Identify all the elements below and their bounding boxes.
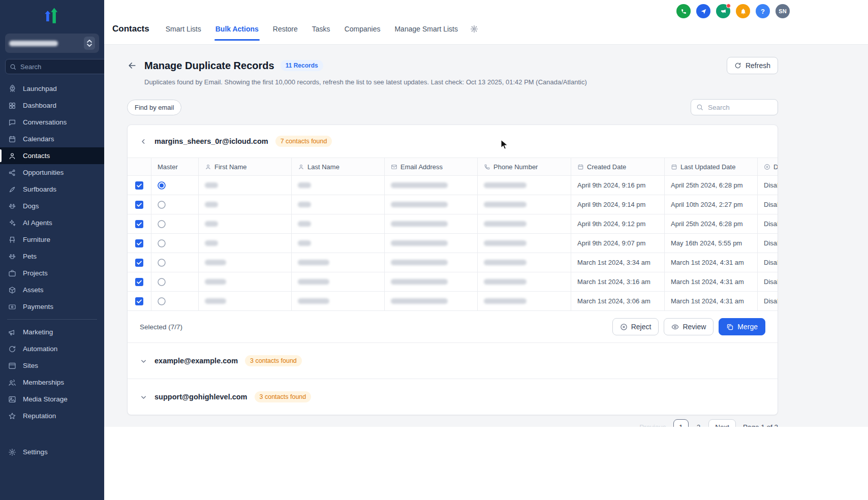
duplicate-group-header-collapsed[interactable]: support@gohighlevel.com 3 contacts found [128,379,778,415]
master-radio[interactable] [151,234,199,253]
sidebar-item-dogs[interactable]: Dogs [0,198,104,214]
chevron-down-icon[interactable] [140,357,147,365]
duplicate-group-header-collapsed[interactable]: example@example.com 3 contacts found [128,342,778,379]
sidebar-item-launchpad[interactable]: Launchpad [0,80,104,97]
row-checkbox[interactable] [128,272,151,291]
refresh-button[interactable]: Refresh [727,57,778,74]
master-radio[interactable] [151,292,199,310]
page-1-button[interactable]: 1 [673,419,689,427]
row-checkbox[interactable] [128,234,151,253]
sidebar-item-sites[interactable]: Sites [0,357,104,374]
sidebar-item-label: Payments [23,303,53,310]
sidebar-item-label: Automation [23,345,57,353]
tab-smart-lists[interactable]: Smart Lists [166,22,201,36]
last-name-redacted [292,176,385,195]
phone-redacted [478,195,571,214]
sidebar-item-label: Sites [23,362,38,369]
tab-manage-smart-lists[interactable]: Manage Smart Lists [394,22,458,36]
duplicate-group-header-expanded[interactable]: margins_sheers_0r@icloud.com 7 contacts … [128,125,778,158]
master-radio[interactable] [151,214,199,233]
group-email: example@example.com [154,357,238,365]
sidebar-item-memberships[interactable]: Memberships [0,374,104,391]
sparkles-icon [8,218,17,228]
next-page-button[interactable]: Next [708,419,736,427]
announcements-button[interactable] [716,4,730,18]
sidebar: ⌘ K Launchpad Dashboard Conversations [0,0,104,500]
tab-restore[interactable]: Restore [273,22,298,36]
last-name-redacted [292,253,385,272]
table-search-input[interactable] [707,103,772,112]
help-button[interactable]: ? [756,4,770,18]
tab-tasks[interactable]: Tasks [312,22,330,36]
sidebar-bottom: Settings [0,444,104,500]
account-switcher[interactable] [5,34,99,53]
find-by-email-button[interactable]: Find by email [127,100,181,115]
email-redacted [385,272,478,291]
chevron-left-icon[interactable] [140,138,147,145]
sidebar-item-label: Settings [23,448,48,456]
table-search-box[interactable] [691,99,778,115]
row-checkbox[interactable] [128,176,151,195]
previous-page-button[interactable]: Previous [639,423,666,427]
sidebar-item-ai-agents[interactable]: AI Agents [0,214,104,231]
refresh-button-label: Refresh [746,61,770,70]
first-name-redacted [199,176,292,195]
sidebar-item-pets[interactable]: Pets [0,248,104,265]
back-arrow-icon[interactable] [127,60,137,71]
sidebar-item-media-storage[interactable]: Media Storage [0,391,104,408]
sidebar-item-opportunities[interactable]: Opportunities [0,164,104,181]
master-radio[interactable] [151,272,199,291]
sidebar-item-reputation[interactable]: Reputation [0,408,104,420]
sidebar-item-label: Dogs [23,202,39,210]
phone-redacted [478,292,571,310]
master-radio[interactable] [151,195,199,214]
chevron-up-down-icon[interactable] [84,37,95,50]
send-pin-button[interactable] [696,4,710,18]
users-icon [8,378,17,387]
top-navigation-bar: Contacts Smart Lists Bulk Actions Restor… [104,0,868,45]
tab-companies[interactable]: Companies [345,22,381,36]
sidebar-item-calendars[interactable]: Calendars [0,131,104,147]
page-title: Manage Duplicate Records [144,60,274,72]
phone-redacted [478,234,571,253]
contacts-settings-gear-icon[interactable] [470,25,478,33]
master-radio[interactable] [151,253,199,272]
chevron-down-icon[interactable] [140,393,147,401]
sidebar-item-dashboard[interactable]: Dashboard [0,97,104,114]
sidebar-item-automation[interactable]: Automation [0,340,104,357]
sidebar-item-furniture[interactable]: Furniture [0,231,104,248]
paw-icon [8,202,17,211]
created-date-cell: April 9th 2024, 9:14 pm [571,195,665,214]
email-redacted [385,292,478,310]
reject-button[interactable]: Reject [612,318,659,335]
sidebar-item-payments[interactable]: Payments [0,298,104,315]
master-radio-selected[interactable] [151,176,199,195]
page-2-button[interactable]: 2 [696,423,702,427]
sidebar-item-contacts[interactable]: Contacts [0,147,104,164]
row-checkbox[interactable] [128,214,151,233]
column-header-first-name: First Name [199,158,292,175]
sidebar-item-label: Surfboards [23,185,56,193]
disable-cell: Disab [758,253,778,272]
sidebar-item-marketing[interactable]: Marketing [0,324,104,340]
sidebar-item-projects[interactable]: Projects [0,265,104,282]
sidebar-item-surfboards[interactable]: Surfboards [0,181,104,198]
sidebar-divider [7,319,97,320]
notifications-bell-button[interactable] [736,4,750,18]
sidebar-item-conversations[interactable]: Conversations [0,114,104,131]
merge-button[interactable]: Merge [719,318,765,335]
sidebar-item-settings[interactable]: Settings [0,444,104,460]
column-header-last-updated-date: Last Updated Date [665,158,758,175]
account-name-redacted [9,41,58,46]
phone-redacted [478,176,571,195]
sidebar-item-assets[interactable]: Assets [0,282,104,298]
phone-button[interactable] [676,4,691,18]
row-checkbox[interactable] [128,292,151,310]
page-title-row: Manage Duplicate Records 11 Records Refr… [127,57,778,74]
user-avatar[interactable]: SN [776,4,790,18]
row-checkbox[interactable] [128,195,151,214]
review-button[interactable]: Review [664,318,714,335]
tab-bulk-actions[interactable]: Bulk Actions [215,22,259,36]
sidebar-search-input[interactable] [19,63,111,71]
row-checkbox[interactable] [128,253,151,272]
